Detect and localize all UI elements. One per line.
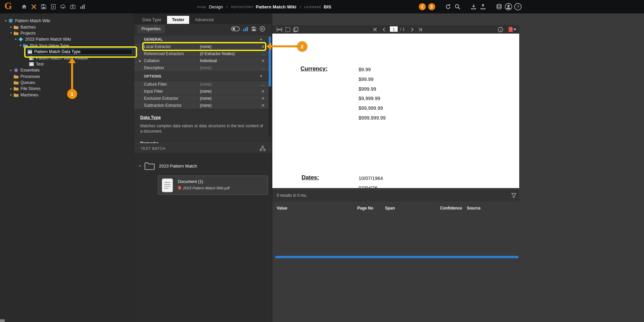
batch-folder-row[interactable]: ▾ 2023 Pattern Match <box>134 158 197 174</box>
user-icon[interactable] <box>505 3 512 10</box>
prop-value[interactable]: (none) <box>198 89 257 94</box>
section-options[interactable]: OPTIONS ▾ <box>134 72 269 81</box>
tree-item-processes[interactable]: ▸ Processes <box>0 74 134 80</box>
tree-item-text[interactable]: ▸ Text <box>0 61 134 67</box>
chevron-down-icon[interactable]: ▾ <box>260 38 262 41</box>
results-status: 0 results in 0 ms. <box>277 193 307 198</box>
app-logo[interactable]: G <box>4 0 12 11</box>
diagnostics-chart-icon[interactable] <box>243 26 248 33</box>
column-header-confidence[interactable]: Confidence <box>440 206 462 211</box>
prop-value[interactable]: (none) <box>198 82 257 87</box>
currency-value: $999,999.99 <box>359 115 386 125</box>
prop-value[interactable]: Individual <box>198 58 257 63</box>
prop-row-input-filter[interactable]: Input Filter (none) ≡ <box>134 88 269 95</box>
tree-item-file-stores[interactable]: ▸ File Stores <box>0 86 134 92</box>
tree-item-pattern-match-wiki[interactable]: ▾ Pattern Match Wiki <box>0 18 134 24</box>
tree-item-2023-pattern-match-wiki[interactable]: ▾ 2023 Pattern Match Wiki <box>0 36 134 42</box>
copy-pages-icon[interactable] <box>293 27 299 32</box>
clear-settings-icon[interactable] <box>260 26 265 33</box>
page-number-input[interactable] <box>390 26 398 32</box>
prop-value[interactable]: (0 Extractor Nodes) <box>198 51 257 56</box>
prop-row-referenced-extractors[interactable]: Referenced Extractors (0 Extractor Nodes… <box>134 50 269 57</box>
node-editor-panel: Data Type Tester Advanced Properties GEN… <box>134 13 272 322</box>
ellipsis-icon[interactable]: … <box>257 65 269 70</box>
download-icon[interactable] <box>470 3 477 10</box>
menu-icon[interactable]: ≡ <box>257 96 269 101</box>
results-hscroll-thumb[interactable] <box>275 256 519 258</box>
repository-stack-icon[interactable] <box>495 3 503 10</box>
tab-properties[interactable]: Properties <box>137 25 165 33</box>
expander-right-icon[interactable]: ▸ <box>9 26 13 29</box>
fit-width-icon[interactable] <box>276 27 282 32</box>
currency-value: $9.99 <box>359 67 386 77</box>
pdf-export-icon[interactable] <box>508 27 517 32</box>
test-batch-tree: ▾ 2023 Pattern Match Document (1) 2023 P… <box>134 153 272 322</box>
expander-down-icon[interactable]: ▾ <box>9 32 13 35</box>
upload-icon[interactable] <box>479 3 487 10</box>
toggle-switch-icon[interactable] <box>231 27 240 33</box>
ellipsis-icon[interactable]: … <box>257 51 269 56</box>
prop-row-collation[interactable]: ▶ Collation Individual ≡ <box>134 57 269 64</box>
column-header-value[interactable]: Value <box>277 206 287 211</box>
expander-down-icon[interactable]: ▾ <box>13 38 18 41</box>
document-page[interactable]: Currency: $9.99 $99.99 $999.99 $9,999.99… <box>272 34 519 188</box>
menu-icon[interactable]: ≡ <box>257 58 269 63</box>
chevron-down-icon[interactable]: ▾ <box>260 74 262 78</box>
first-aid-kit-icon[interactable] <box>69 3 76 10</box>
column-header-page-no[interactable]: Page No <box>357 206 373 211</box>
design-tools-icon[interactable] <box>31 3 37 10</box>
expander-down-icon[interactable]: ▾ <box>3 19 8 22</box>
prev-page-icon[interactable] <box>381 27 387 32</box>
prop-row-description[interactable]: Description (none) … <box>134 64 269 72</box>
tab-advanced[interactable]: Advanced <box>190 16 219 24</box>
column-header-source[interactable]: Source <box>467 206 481 211</box>
cloud-upload-icon[interactable] <box>60 3 66 10</box>
expander-right-icon[interactable]: ▶ <box>139 59 141 62</box>
expander-right-icon[interactable]: ▸ <box>9 93 13 96</box>
menu-icon[interactable]: ≡ <box>257 89 269 94</box>
prop-value[interactable]: (none) <box>198 65 257 70</box>
help-icon[interactable]: ? <box>514 3 522 10</box>
tree-item-essentials[interactable]: ▸ Essentials <box>0 67 134 73</box>
prop-row-subtraction-extractor[interactable]: Subtraction Extractor (none) ≡ <box>134 102 269 109</box>
home-icon[interactable] <box>21 3 28 10</box>
save-settings-icon[interactable] <box>251 26 257 33</box>
prop-row-culture-filter[interactable]: Culture Filter (none) … <box>134 81 269 88</box>
repository-icon <box>8 18 13 23</box>
expander-down-icon[interactable]: ▾ <box>134 165 144 168</box>
first-page-icon[interactable] <box>372 27 378 32</box>
forward-icon[interactable] <box>428 3 435 10</box>
filter-funnel-icon[interactable] <box>511 193 517 199</box>
prop-value[interactable]: (none) <box>198 103 257 108</box>
batch-document-card[interactable]: Document (1) 2023 Pattern Match Wiki.pdf <box>158 176 268 195</box>
batch-export-icon[interactable] <box>50 3 57 10</box>
tab-tester[interactable]: Tester <box>167 16 190 24</box>
stats-chart-icon[interactable] <box>79 3 86 10</box>
search-icon[interactable] <box>454 3 461 10</box>
tree-hscroll-thumb[interactable] <box>0 319 5 322</box>
expander-right-icon[interactable]: ▸ <box>9 87 13 90</box>
back-icon[interactable] <box>419 3 426 10</box>
info-icon[interactable]: i <box>497 27 503 32</box>
refresh-icon[interactable] <box>444 3 452 10</box>
menu-icon[interactable]: ≡ <box>257 103 269 108</box>
marquee-zoom-icon[interactable] <box>285 27 291 32</box>
licensee-value[interactable]: BIS <box>324 4 331 9</box>
expander-down-icon[interactable]: ▾ <box>18 44 23 47</box>
repository-value[interactable]: Pattern Match Wiki <box>256 4 297 9</box>
save-icon[interactable] <box>40 3 47 10</box>
prop-value[interactable]: (none) <box>198 96 257 101</box>
column-header-span[interactable]: Span <box>385 206 395 211</box>
tree-item-batches[interactable]: ▸ Batches <box>0 24 134 30</box>
tree-item-label: Processes <box>20 74 40 79</box>
tree-item-queues[interactable]: ▸ Queues <box>0 80 134 86</box>
next-page-icon[interactable] <box>409 27 415 32</box>
tree-item-projects[interactable]: ▾ Projects <box>0 30 134 36</box>
prop-row-exclusion-extractor[interactable]: Exclusion Extractor (none) ≡ <box>134 95 269 102</box>
last-page-icon[interactable] <box>417 27 423 32</box>
ellipsis-icon[interactable]: … <box>257 82 269 87</box>
page-value[interactable]: Design <box>209 4 223 9</box>
batch-hierarchy-icon[interactable] <box>260 146 266 152</box>
expander-right-icon[interactable]: ▸ <box>9 69 13 72</box>
tab-data-type[interactable]: Data Type <box>137 16 166 24</box>
